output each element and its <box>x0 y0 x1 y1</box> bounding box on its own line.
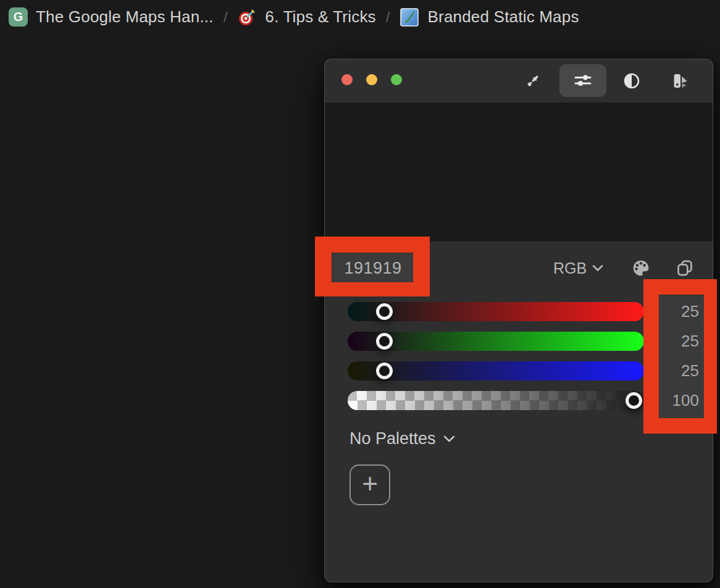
alpha-slider[interactable] <box>348 391 644 410</box>
window-titlebar[interactable] <box>325 59 713 103</box>
workspace-letter: G <box>14 10 23 24</box>
contrast-tool-button[interactable] <box>617 67 647 95</box>
breadcrumb-item-document[interactable]: The Google Maps Han... <box>36 7 214 27</box>
japan-map-icon <box>400 7 419 27</box>
eyedropper-icon <box>524 72 542 90</box>
blue-slider-handle[interactable] <box>376 363 393 379</box>
minimize-button[interactable] <box>366 74 377 85</box>
dart-target-icon <box>237 7 257 27</box>
palette-button[interactable] <box>629 256 653 280</box>
breadcrumb-item-section[interactable]: 6. Tips & Tricks <box>265 7 375 27</box>
plus-icon: + <box>362 466 378 502</box>
swatches-icon <box>671 72 690 90</box>
breadcrumb: G The Google Maps Han... / 6. Tips & Tri… <box>0 0 720 34</box>
workspace-icon[interactable]: G <box>9 7 28 27</box>
copy-color-button[interactable] <box>672 256 697 280</box>
contrast-icon <box>623 72 640 90</box>
breadcrumb-item-page[interactable]: Branded Static Maps <box>427 7 579 27</box>
color-model-label: RGB <box>553 259 587 277</box>
sliders-icon <box>568 66 598 94</box>
alpha-slider-handle[interactable] <box>626 392 642 409</box>
zoom-button[interactable] <box>391 74 402 85</box>
add-palette-button[interactable]: + <box>350 464 390 505</box>
palettes-dropdown[interactable]: No Palettes <box>350 428 455 449</box>
blue-slider[interactable] <box>348 361 644 380</box>
red-slider[interactable] <box>348 302 644 321</box>
breadcrumb-separator: / <box>222 9 230 26</box>
close-button[interactable] <box>341 74 353 85</box>
color-preview-area <box>325 103 713 242</box>
copy-icon <box>675 258 695 278</box>
palette-icon <box>631 258 651 278</box>
sliders-tool-button[interactable] <box>559 64 606 97</box>
green-slider[interactable] <box>348 332 644 351</box>
swatches-tool-button[interactable] <box>666 67 695 95</box>
chevron-down-icon <box>592 264 603 272</box>
annotation-values-highlight <box>643 279 717 434</box>
red-slider-handle[interactable] <box>376 303 393 320</box>
color-model-dropdown[interactable]: RGB <box>553 253 603 283</box>
breadcrumb-separator: / <box>384 9 392 26</box>
chevron-down-icon <box>443 435 455 443</box>
green-slider-handle[interactable] <box>376 333 393 350</box>
eyedropper-tool-button[interactable] <box>518 67 548 95</box>
annotation-hex-highlight <box>315 237 430 296</box>
palettes-label: No Palettes <box>350 429 436 448</box>
